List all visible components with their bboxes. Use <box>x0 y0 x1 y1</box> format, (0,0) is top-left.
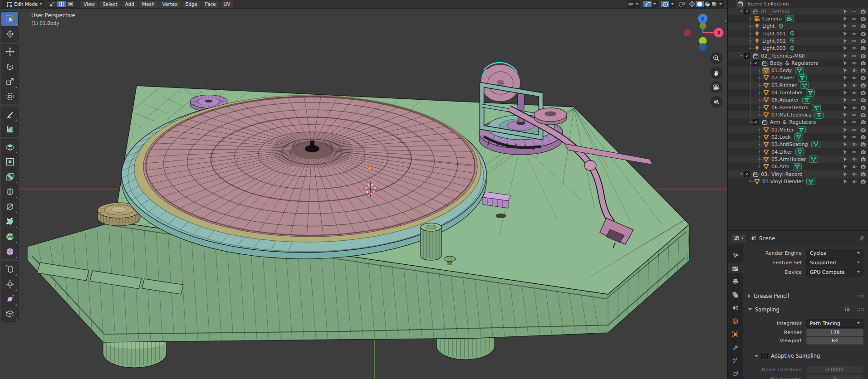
visibility-toggle[interactable] <box>851 156 857 162</box>
render-visibility-toggle[interactable] <box>860 112 866 118</box>
outliner-row-02-technics-mkii[interactable]: ▾✓02._Technics-MKII <box>728 52 868 59</box>
outliner-row-light-001[interactable]: ▸Light.001 <box>728 30 868 37</box>
tool-loop-cut[interactable] <box>1 185 18 199</box>
shading-material-button[interactable] <box>704 1 711 7</box>
tool-cursor[interactable] <box>1 27 18 41</box>
visibility-toggle[interactable] <box>851 179 857 185</box>
menu-mesh[interactable]: Mesh <box>139 1 158 8</box>
outliner-row-light-002[interactable]: ▸Light.002 <box>728 37 868 44</box>
menu-uv[interactable]: UV <box>221 1 234 8</box>
tool-rip-region[interactable] <box>1 307 18 321</box>
render-visibility-toggle[interactable] <box>860 134 866 140</box>
preset-list-icon[interactable] <box>844 306 850 312</box>
selectability-toggle[interactable] <box>842 171 848 177</box>
selectability-toggle[interactable] <box>842 75 848 81</box>
tool-transform[interactable] <box>1 89 18 104</box>
visibility-toggle[interactable] <box>851 134 857 140</box>
viewport-toggle-ortho-button[interactable] <box>710 96 722 108</box>
outliner-row-06-basedearm[interactable]: ▸06.BaseDeArm <box>728 104 868 111</box>
selectability-toggle[interactable] <box>842 45 848 51</box>
render-visibility-toggle[interactable] <box>860 127 866 133</box>
tool-shear[interactable] <box>1 292 18 306</box>
outliner-row-03-vinyl-record[interactable]: ▾✓03._Vinyl-Record <box>728 170 868 178</box>
render-visibility-toggle[interactable] <box>860 31 866 37</box>
render-visibility-toggle[interactable] <box>860 164 866 170</box>
collection-checkbox[interactable]: ✓ <box>744 53 750 59</box>
face-select-mode-button[interactable] <box>66 1 75 7</box>
tool-select-box[interactable] <box>1 12 18 26</box>
tab-render[interactable] <box>728 263 743 273</box>
selectability-toggle[interactable] <box>842 83 848 88</box>
visibility-toggle[interactable] <box>851 75 857 81</box>
tool-knife[interactable] <box>1 199 18 214</box>
render-visibility-toggle[interactable] <box>860 38 866 44</box>
render-visibility-toggle[interactable] <box>860 156 866 162</box>
selectability-toggle[interactable] <box>842 9 848 15</box>
visibility-toggle[interactable] <box>851 97 857 103</box>
viewport-samples-field[interactable]: 64 <box>806 337 863 345</box>
outliner-row-03-antiskating[interactable]: ▸03.AntiSkating <box>728 141 868 148</box>
outliner-row-camera[interactable]: ▸Camera <box>728 15 868 22</box>
viewport-zoom-button[interactable] <box>710 52 722 64</box>
device-dropdown[interactable]: GPU Compute <box>806 268 863 277</box>
visibility-toggle[interactable] <box>851 16 857 22</box>
outliner-row-03-pitcher[interactable]: ▸03.Pitcher <box>728 82 868 89</box>
tool-smooth[interactable] <box>1 244 18 259</box>
visibility-toggle[interactable] <box>851 68 857 73</box>
proportional-editing-toggle[interactable] <box>661 1 669 7</box>
grease-pencil-panel-header[interactable]: Grease Pencil <box>743 290 868 301</box>
visibility-toggle[interactable] <box>851 141 857 147</box>
sampling-panel-header[interactable]: Sampling <box>743 304 868 315</box>
tab-physics[interactable] <box>728 369 743 379</box>
visibility-toggle[interactable] <box>851 31 857 37</box>
tab-object[interactable] <box>728 330 743 340</box>
snap-toggle[interactable] <box>643 1 652 7</box>
disclosure-down-icon[interactable]: ▾ <box>739 54 744 58</box>
selectability-toggle[interactable] <box>842 119 848 125</box>
tool-extrude-region[interactable] <box>1 140 18 154</box>
menu-edge[interactable]: Edge <box>182 1 200 8</box>
render-visibility-toggle[interactable] <box>860 9 866 15</box>
disclosure-down-icon[interactable]: ▾ <box>739 172 744 176</box>
tool-annotate[interactable] <box>1 107 18 121</box>
collection-checkbox[interactable]: ✓ <box>744 9 750 15</box>
selectability-toggle[interactable] <box>842 179 848 185</box>
outliner-row-05-adapter[interactable]: ▸05.Adapter <box>728 97 868 104</box>
integrator-dropdown[interactable]: Path Tracing <box>806 319 863 328</box>
outliner-row-light[interactable]: ▸Light <box>728 23 868 30</box>
tab-tool[interactable] <box>728 250 743 260</box>
tool-spin[interactable] <box>1 229 18 244</box>
render-visibility-toggle[interactable] <box>860 16 866 22</box>
visibility-toggle[interactable] <box>851 171 857 177</box>
selectability-toggle[interactable] <box>842 105 848 111</box>
selectability-toggle[interactable] <box>842 97 848 103</box>
menu-view[interactable]: View <box>80 1 98 8</box>
visibility-toggle[interactable] <box>851 83 857 88</box>
viewport-camera-view-button[interactable] <box>710 81 722 93</box>
visibility-toggle[interactable] <box>851 90 857 96</box>
outliner-row-07-mat-technics[interactable]: ▸07.Mat.Technics <box>728 111 868 118</box>
outliner-row-04-lifter[interactable]: ▸04.Lifter <box>728 148 868 155</box>
visibility-toggle[interactable] <box>851 9 857 15</box>
outliner-row-04-turntabel[interactable]: ▸04.Turntabel <box>728 89 868 96</box>
render-visibility-toggle[interactable] <box>860 75 866 81</box>
outliner-row-body-regulators[interactable]: ▾✓Body_&_Regulators <box>728 59 868 67</box>
visibility-toggle[interactable] <box>851 105 857 111</box>
selectability-toggle[interactable] <box>842 156 848 162</box>
selectability-toggle[interactable] <box>842 90 848 96</box>
vertex-select-mode-button[interactable] <box>48 1 57 7</box>
outliner-row-05-armholder[interactable]: ▸05.ArmHolder <box>728 155 868 163</box>
pin-icon[interactable] <box>859 235 865 241</box>
noise-threshold-field[interactable]: 0.0000 <box>806 366 863 374</box>
render-visibility-toggle[interactable] <box>860 105 866 111</box>
render-visibility-toggle[interactable] <box>860 179 866 185</box>
selectability-toggle[interactable] <box>842 134 848 140</box>
viewport-pan-button[interactable] <box>710 67 722 79</box>
outliner-row-01-vinyl-blender[interactable]: ▸01.Vinyl.Blender <box>728 178 868 185</box>
selectability-toggle[interactable] <box>842 31 848 37</box>
tab-output[interactable] <box>728 277 743 287</box>
tab-modifiers[interactable] <box>728 343 743 353</box>
tool-edge-slide[interactable] <box>1 262 18 277</box>
render-visibility-toggle[interactable] <box>860 171 866 177</box>
shading-wireframe-button[interactable] <box>689 1 695 7</box>
